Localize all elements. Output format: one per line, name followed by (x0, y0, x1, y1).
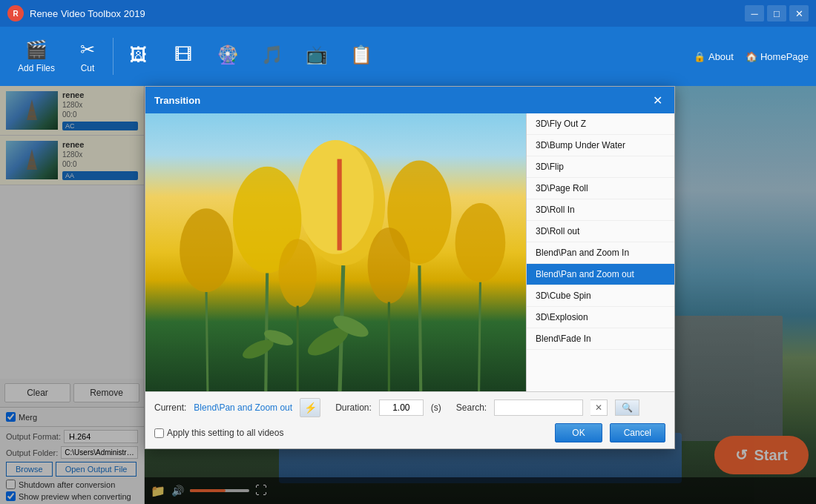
toolbar-icon-8: 📋 (350, 44, 372, 65)
toolbar-icon-4: 🎞 (174, 44, 192, 65)
transition-item-10[interactable]: Blend\Fade In (527, 328, 674, 350)
add-files-label: Add Files (18, 63, 55, 73)
search-field-label: Search: (456, 402, 487, 413)
dialog-bottom-row2: Apply this setting to all videos OK Canc… (154, 423, 665, 442)
close-button[interactable]: ✕ (789, 5, 809, 21)
cut-label: Cut (81, 63, 95, 73)
app-title: Renee Video Toolbox 2019 (30, 8, 745, 19)
svg-point-12 (455, 203, 506, 282)
lock-icon: 🔒 (694, 51, 705, 62)
duration-input[interactable] (379, 399, 424, 416)
toolbar-item-7[interactable]: 📺 (295, 40, 339, 73)
minimize-button[interactable]: ─ (745, 5, 764, 21)
toolbar-homepage[interactable]: 🏠 HomePage (746, 51, 809, 62)
svg-rect-8 (338, 159, 342, 251)
duration-unit: (s) (431, 402, 441, 413)
ok-button[interactable]: OK (555, 423, 602, 442)
transition-item-9[interactable]: 3D\Explosion (527, 307, 674, 328)
toolbar-separator-1 (113, 38, 113, 75)
dialog-body: 3D\Fly Out Z3D\Bump Under Water3D\Flip3D… (145, 113, 674, 391)
cut-icon: ✂ (80, 39, 95, 60)
title-bar: R Renee Video Toolbox 2019 ─ □ ✕ (0, 0, 816, 27)
dialog-title: Transition (154, 95, 649, 106)
current-value: Blend\Pan and Zoom out (194, 402, 292, 413)
home-icon: 🏠 (746, 51, 757, 62)
toolbar-item-8[interactable]: 📋 (339, 40, 384, 73)
svg-point-11 (180, 208, 233, 292)
toolbar-item-4[interactable]: 🎞 (161, 40, 205, 73)
search-clear-button[interactable]: ✕ (590, 399, 608, 416)
duration-field-label: Duration: (335, 402, 372, 413)
apply-all-checkbox[interactable] (154, 428, 164, 438)
maximize-button[interactable]: □ (767, 5, 786, 21)
toolbar: 🎬 Add Files ✂ Cut 🖼 🎞 🎡 🎵 📺 📋 🔒 About 🏠 (0, 27, 816, 86)
toolbar-icon-5: 🎡 (217, 44, 239, 65)
svg-line-15 (419, 265, 421, 391)
cancel-button[interactable]: Cancel (610, 423, 665, 442)
svg-point-20 (279, 239, 317, 307)
apply-all-label: Apply this setting to all videos (167, 428, 283, 438)
transition-item-3[interactable]: 3D\Page Roll (527, 178, 674, 199)
dialog-bottom-row1: Current: Blend\Pan and Zoom out ⚡ Durati… (154, 398, 665, 417)
svg-line-16 (206, 292, 208, 391)
apply-all-checkbox-row: Apply this setting to all videos (154, 428, 283, 438)
dialog-bottom: Current: Blend\Pan and Zoom out ⚡ Durati… (145, 391, 674, 448)
transition-item-1[interactable]: 3D\Bump Under Water (527, 135, 674, 156)
about-label: About (708, 51, 734, 62)
transition-dialog: Transition ✕ (145, 86, 675, 449)
toolbar-icon-6: 🎵 (261, 44, 283, 65)
transition-item-8[interactable]: 3D\Cube Spin (527, 285, 674, 307)
dialog-preview (145, 113, 526, 391)
toolbar-icon-7: 📺 (306, 44, 328, 65)
tulip-flowers-svg (145, 113, 526, 391)
svg-point-7 (297, 140, 374, 254)
toolbar-about[interactable]: 🔒 About (694, 51, 734, 62)
toolbar-cut[interactable]: ✂ Cut (65, 35, 110, 78)
svg-line-17 (478, 282, 480, 391)
transition-item-0[interactable]: 3D\Fly Out Z (527, 113, 674, 135)
toolbar-right: 🔒 About 🏠 HomePage (694, 51, 809, 62)
toolbar-icon-3: 🖼 (130, 44, 148, 65)
toolbar-item-5[interactable]: 🎡 (205, 40, 250, 73)
dialog-close-button[interactable]: ✕ (649, 92, 665, 108)
transition-preview-button[interactable]: ⚡ (300, 398, 320, 417)
add-files-icon: 🎬 (25, 39, 47, 60)
transition-item-7[interactable]: Blend\Pan and Zoom out (527, 264, 674, 285)
transition-list-panel: 3D\Fly Out Z3D\Bump Under Water3D\Flip3D… (526, 113, 674, 391)
toolbar-item-6[interactable]: 🎵 (250, 40, 295, 73)
search-input[interactable] (494, 399, 583, 416)
homepage-label: HomePage (760, 51, 809, 62)
transition-list[interactable]: 3D\Fly Out Z3D\Bump Under Water3D\Flip3D… (527, 113, 674, 391)
svg-point-18 (368, 228, 410, 304)
transition-item-2[interactable]: 3D\Flip (527, 156, 674, 178)
toolbar-item-3[interactable]: 🖼 (116, 40, 161, 73)
window-controls: ─ □ ✕ (745, 5, 809, 21)
current-field-label: Current: (154, 402, 186, 413)
transition-item-4[interactable]: 3D\Roll In (527, 199, 674, 221)
transition-item-6[interactable]: Blend\Pan and Zoom In (527, 242, 674, 264)
transition-item-5[interactable]: 3D\Roll out (527, 221, 674, 242)
dialog-titlebar: Transition ✕ (145, 87, 674, 113)
toolbar-add-files[interactable]: 🎬 Add Files (7, 35, 65, 78)
app-logo: R (7, 5, 24, 21)
search-go-button[interactable]: 🔍 (615, 399, 639, 416)
